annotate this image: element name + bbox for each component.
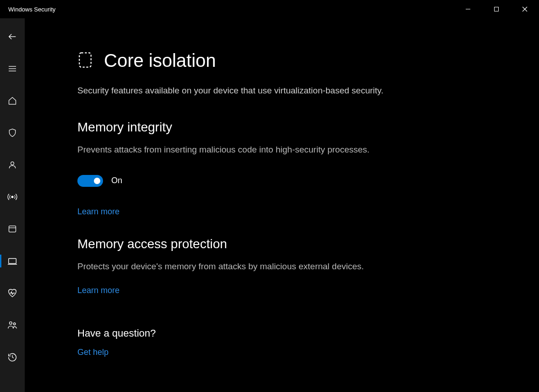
minimize-icon xyxy=(465,6,471,12)
svg-point-15 xyxy=(13,323,16,325)
svg-rect-16 xyxy=(79,53,91,67)
get-help-link[interactable]: Get help xyxy=(77,348,109,357)
window-controls xyxy=(454,0,539,18)
page-subtitle: Security features available on your devi… xyxy=(77,84,398,97)
back-arrow-icon xyxy=(7,32,17,42)
maximize-icon xyxy=(494,6,499,12)
svg-rect-1 xyxy=(495,7,499,11)
sidebar-item-app-browser[interactable] xyxy=(0,220,25,238)
home-icon xyxy=(8,96,17,105)
close-icon xyxy=(522,6,528,12)
minimize-button[interactable] xyxy=(454,0,482,18)
close-button[interactable] xyxy=(511,0,539,18)
memory-access-description: Protects your device's memory from attac… xyxy=(77,260,398,273)
core-isolation-icon xyxy=(77,51,93,71)
page-header: Core isolation xyxy=(77,50,502,71)
memory-integrity-learn-more-link[interactable]: Learn more xyxy=(77,207,120,217)
help-section: Have a question? Get help xyxy=(77,327,502,357)
memory-integrity-description: Prevents attacks from inserting maliciou… xyxy=(77,143,398,156)
memory-access-learn-more-link[interactable]: Learn more xyxy=(77,286,120,295)
menu-button[interactable] xyxy=(0,60,25,78)
sidebar-item-family-options[interactable] xyxy=(0,316,25,334)
sidebar-item-virus-protection[interactable] xyxy=(0,124,25,142)
window-icon xyxy=(8,224,17,234)
memory-integrity-toggle-row: On xyxy=(77,175,502,187)
sidebar-item-home[interactable] xyxy=(0,92,25,110)
svg-point-14 xyxy=(10,322,12,325)
page-title: Core isolation xyxy=(104,50,216,71)
sidebar-item-account-protection[interactable] xyxy=(0,156,25,174)
svg-point-9 xyxy=(11,196,13,198)
shield-icon xyxy=(8,128,17,137)
main-content: Core isolation Security features availab… xyxy=(25,18,539,392)
memory-integrity-toggle[interactable] xyxy=(77,175,103,187)
svg-rect-10 xyxy=(9,226,16,232)
sidebar-item-protection-history[interactable] xyxy=(0,348,25,366)
sidebar-item-device-security[interactable] xyxy=(0,252,25,270)
window-title: Windows Security xyxy=(8,6,55,13)
heart-rate-icon xyxy=(7,288,17,298)
help-title: Have a question? xyxy=(77,327,502,339)
memory-access-section: Memory access protection Protects your d… xyxy=(77,237,502,295)
device-icon xyxy=(7,256,17,266)
hamburger-icon xyxy=(8,64,17,73)
sidebar xyxy=(0,18,25,392)
person-icon xyxy=(8,160,17,169)
back-button[interactable] xyxy=(0,27,25,46)
sidebar-item-device-performance[interactable] xyxy=(0,284,25,302)
svg-rect-12 xyxy=(9,259,16,264)
svg-point-8 xyxy=(11,162,14,165)
sidebar-item-firewall[interactable] xyxy=(0,188,25,206)
memory-integrity-title: Memory integrity xyxy=(77,120,502,135)
memory-integrity-toggle-label: On xyxy=(111,176,122,185)
family-icon xyxy=(7,320,17,330)
memory-integrity-section: Memory integrity Prevents attacks from i… xyxy=(77,120,502,216)
maximize-button[interactable] xyxy=(482,0,511,18)
memory-access-title: Memory access protection xyxy=(77,237,502,251)
antenna-icon xyxy=(7,192,17,202)
history-icon xyxy=(7,352,17,362)
titlebar: Windows Security xyxy=(0,0,539,18)
